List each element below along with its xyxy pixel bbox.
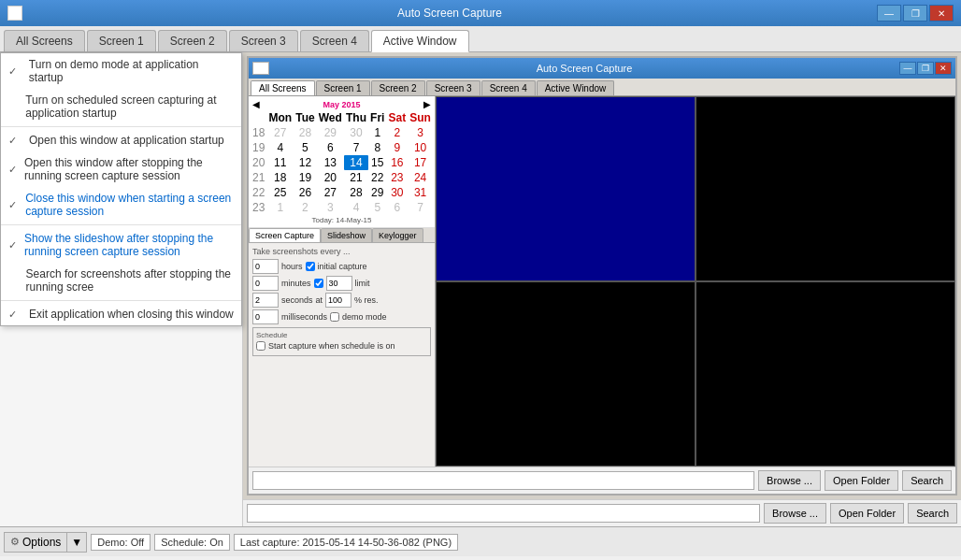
form-title: Take screenshots every ... xyxy=(252,247,431,256)
main-tab-bar: All Screens Screen 1 Screen 2 Screen 3 S… xyxy=(0,26,961,52)
screen-panel-2 xyxy=(696,96,955,281)
limit-check[interactable] xyxy=(314,279,323,288)
inner-body: ◀ May 2015 ▶ Mon Tue Wed xyxy=(249,96,955,467)
menu-item-show-slideshow[interactable]: ✓ Show the slideshow after stopping the … xyxy=(1,227,241,263)
browse-button-2[interactable]: Browse ... xyxy=(764,503,826,524)
ms-input[interactable] xyxy=(252,309,279,324)
tab-active-window[interactable]: Active Window xyxy=(371,30,469,52)
check-icon: ✓ xyxy=(8,239,17,251)
inner-sub-tab-keylogger[interactable]: Keylogger xyxy=(372,228,423,242)
inner-title-bar: Auto Screen Capture — ❐ ✕ xyxy=(249,58,955,79)
app-title: Auto Screen Capture xyxy=(22,7,877,20)
inner-tab-screen2[interactable]: Screen 2 xyxy=(371,80,425,95)
schedule-row: Start capture when schedule is on xyxy=(256,341,427,351)
inner-tab-screen4[interactable]: Screen 4 xyxy=(481,80,536,95)
action-row-1: Browse ... Open Folder Search xyxy=(249,467,955,494)
close-button[interactable]: ✕ xyxy=(929,5,954,22)
schedule-check[interactable] xyxy=(256,341,265,351)
inner-cal-nav: ◀ May 2015 ▶ xyxy=(251,98,433,110)
options-button[interactable]: ⚙ Options ▼ xyxy=(4,532,87,553)
options-label: Options xyxy=(22,536,61,549)
inner-close-button[interactable]: ✕ xyxy=(935,62,952,75)
menu-separator xyxy=(1,224,241,225)
title-bar-left xyxy=(7,6,22,21)
inner-cal-row: 21 181920 2122 2324 xyxy=(251,170,433,185)
action-input-2[interactable] xyxy=(247,504,760,523)
tab-all-screens[interactable]: All Screens xyxy=(4,30,85,51)
schedule-status: Schedule: On xyxy=(154,534,230,551)
title-bar-controls: — ❐ ✕ xyxy=(877,5,954,22)
open-folder-button-2[interactable]: Open Folder xyxy=(830,503,904,524)
options-arrow-icon: ▼ xyxy=(66,533,86,552)
right-panel: Auto Screen Capture — ❐ ✕ All Screens Sc… xyxy=(243,52,961,526)
action-input-1[interactable] xyxy=(252,471,754,490)
menu-separator xyxy=(1,300,241,301)
hours-input[interactable] xyxy=(252,259,279,274)
inner-tab-all-screens[interactable]: All Screens xyxy=(251,80,315,95)
action-row-2: Browse ... Open Folder Search xyxy=(243,499,961,526)
inner-today-label: Today: 14-May-15 xyxy=(251,215,433,225)
seconds-input[interactable] xyxy=(252,293,279,308)
demo-status: Demo: Off xyxy=(91,534,151,551)
minimize-button[interactable]: — xyxy=(877,5,901,22)
tab-screen1[interactable]: Screen 1 xyxy=(87,30,156,51)
inner-cal-row: 20 111213 1415 1617 xyxy=(251,155,433,170)
options-dropdown-menu: ✓ Turn on demo mode at application start… xyxy=(0,52,242,326)
inner-tab-screen1[interactable]: Screen 1 xyxy=(316,80,370,95)
bottom-bar: ⚙ Options ▼ Demo: Off Schedule: On Last … xyxy=(0,526,961,556)
inner-cal-next[interactable]: ▶ xyxy=(423,99,431,109)
inner-calendar: ◀ May 2015 ▶ Mon Tue Wed xyxy=(249,96,435,228)
menu-item-exit-close[interactable]: ✓ Exit application when closing this win… xyxy=(1,303,241,325)
minutes-row: minutes limit xyxy=(252,276,431,291)
browse-button-1[interactable]: Browse ... xyxy=(758,470,821,491)
screen-panel-4 xyxy=(696,281,955,467)
inner-left-panel: ◀ May 2015 ▶ Mon Tue Wed xyxy=(249,96,436,467)
inner-sub-tabs: Screen Capture Slideshow Keylogger xyxy=(249,228,435,243)
limit-value-input[interactable] xyxy=(326,276,352,291)
res-input[interactable] xyxy=(325,293,351,308)
restore-button[interactable]: ❐ xyxy=(903,5,927,22)
check-icon: ✓ xyxy=(8,309,22,321)
inner-cal-row: 22 252627 2829 3031 xyxy=(251,185,433,200)
inner-sub-tab-screen-capture[interactable]: Screen Capture xyxy=(249,228,321,242)
menu-item-scheduled-capture[interactable]: Turn on scheduled screen capturing at ap… xyxy=(1,89,241,124)
inner-cal-row: 23 12 34 5 67 xyxy=(251,200,433,215)
inner-sub-tab-slideshow[interactable]: Slideshow xyxy=(321,228,372,242)
main-content: ◀ May 2015 ▶ Mon Tue Wed Thu Fri Sat Sun xyxy=(0,52,961,526)
demo-mode-check[interactable] xyxy=(330,312,339,322)
menu-item-search-screenshots[interactable]: Search for screenshots after stopping th… xyxy=(1,263,241,298)
inner-cal-grid: Mon Tue Wed Thu Fri Sat Sun xyxy=(251,110,433,215)
inner-minimize-button[interactable]: — xyxy=(899,62,916,75)
inner-cal-title: May 2015 xyxy=(323,100,360,109)
tab-screen3[interactable]: Screen 3 xyxy=(229,30,298,51)
inner-cal-prev[interactable]: ◀ xyxy=(252,99,260,109)
screen-panel-3 xyxy=(436,281,696,467)
check-icon: ✓ xyxy=(8,135,22,147)
menu-item-close-window-start[interactable]: ✓ Close this window when starting a scre… xyxy=(1,187,241,223)
options-main: ⚙ Options xyxy=(5,533,66,552)
menu-item-open-window-stop[interactable]: ✓ Open this window after stopping the ru… xyxy=(1,151,241,187)
inner-title-controls: — ❐ ✕ xyxy=(899,62,952,75)
inner-tab-screen3[interactable]: Screen 3 xyxy=(426,80,480,95)
inner-cal-row: 19 456 78910 xyxy=(251,140,433,155)
inner-app-title: Auto Screen Capture xyxy=(269,63,899,74)
minutes-input[interactable] xyxy=(252,276,279,291)
last-capture-status: Last capture: 2015-05-14 14-50-36-082 (P… xyxy=(234,534,458,551)
inner-restore-button[interactable]: ❐ xyxy=(917,62,934,75)
search-button-1[interactable]: Search xyxy=(902,470,952,491)
search-button-2[interactable]: Search xyxy=(908,503,957,524)
inner-tab-active-window[interactable]: Active Window xyxy=(537,80,615,95)
menu-separator xyxy=(1,126,241,127)
open-folder-button-1[interactable]: Open Folder xyxy=(825,470,898,491)
check-icon: ✓ xyxy=(8,199,18,211)
check-icon: ✓ xyxy=(8,164,17,176)
initial-capture-check[interactable] xyxy=(306,262,315,271)
tab-screen4[interactable]: Screen 4 xyxy=(300,30,369,51)
menu-item-open-window-startup[interactable]: ✓ Open this window at application startu… xyxy=(1,129,241,151)
schedule-box: Schedule Start capture when schedule is … xyxy=(252,327,431,356)
menu-item-demo-mode[interactable]: ✓ Turn on demo mode at application start… xyxy=(1,53,241,89)
screen-panels xyxy=(436,96,955,467)
tab-screen2[interactable]: Screen 2 xyxy=(158,30,227,51)
check-icon: ✓ xyxy=(8,65,22,78)
inner-form: Take screenshots every ... hours initial… xyxy=(249,243,435,467)
